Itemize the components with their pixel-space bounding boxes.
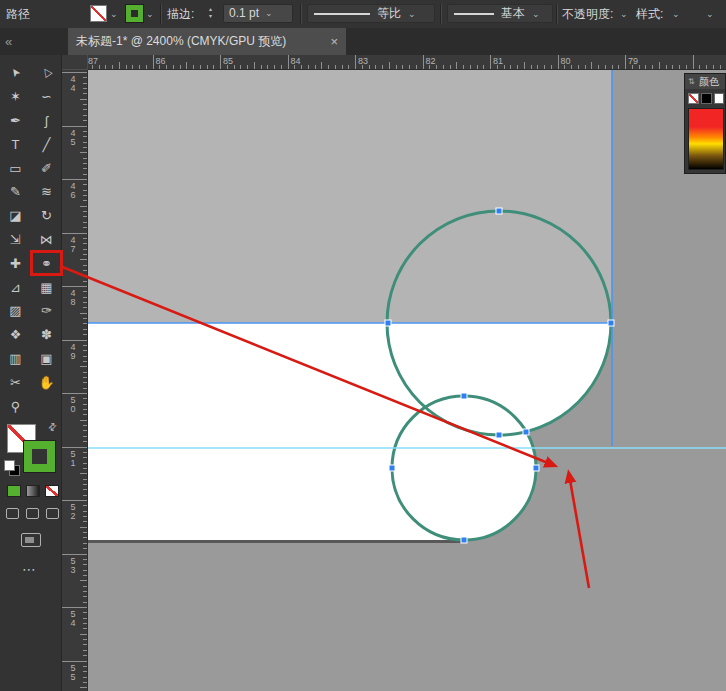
blend-tool[interactable]: ❖	[0, 323, 31, 347]
draw-normal-button[interactable]	[6, 508, 19, 519]
eyedropper-tool[interactable]: ✑	[31, 299, 62, 323]
ruler-tick	[83, 281, 87, 282]
panel-toggle-icon[interactable]: ⇅	[688, 74, 695, 89]
color-spectrum-ramp[interactable]	[688, 108, 724, 170]
anchor-point[interactable]	[533, 465, 539, 471]
ruler-tick	[605, 65, 606, 69]
artboard-tool[interactable]: ▣	[31, 347, 62, 371]
mesh-tool[interactable]: ▦	[31, 275, 62, 299]
ruler-tick	[193, 65, 194, 69]
ruler-tick	[207, 65, 208, 69]
ruler-tick	[99, 65, 100, 69]
collapse-dock-icon[interactable]: «	[5, 28, 12, 55]
default-fill-stroke-icon[interactable]	[4, 460, 15, 471]
ruler-tick	[80, 313, 87, 314]
color-fill-button[interactable]	[7, 485, 21, 497]
hand-tool[interactable]: ✋	[31, 370, 62, 394]
shape-builder-tool[interactable]: ⚭	[31, 251, 62, 275]
swap-fill-stroke-icon[interactable]: ⇄	[45, 420, 59, 434]
black-swatch[interactable]	[701, 93, 712, 104]
close-tab-icon[interactable]: ×	[330, 28, 338, 55]
gradient-fill-button[interactable]	[26, 485, 40, 497]
selection-tool[interactable]: ➤	[0, 61, 31, 85]
edit-toolbar-icon[interactable]: ⋯	[22, 561, 36, 577]
ruler-tick	[713, 65, 714, 69]
stroke-proxy[interactable]	[24, 441, 55, 472]
anchor-point[interactable]	[389, 465, 395, 471]
opacity-dropdown-icon[interactable]: ⌄	[620, 0, 628, 28]
fill-color-swatch[interactable]	[90, 5, 107, 22]
document-tab[interactable]: 未标题-1* @ 2400% (CMYK/GPU 预览) ×	[68, 28, 346, 55]
scale-tool[interactable]: ⇲	[0, 228, 31, 252]
brush-definition-dropdown[interactable]: 基本 ⌄	[447, 4, 553, 23]
stepper-down-icon[interactable]: ▾	[209, 13, 212, 19]
style-dropdown-icon[interactable]: ⌄	[672, 0, 680, 28]
ruler-tick	[308, 65, 309, 69]
anchor-point[interactable]	[385, 320, 391, 326]
anchor-point[interactable]	[496, 208, 502, 214]
shaper-tool[interactable]: ≋	[31, 180, 62, 204]
direct-selection-tool[interactable]: ▷	[31, 61, 62, 85]
more-options-icon[interactable]: ⌄	[706, 0, 714, 28]
canvas[interactable]	[88, 70, 726, 691]
ruler-tick	[220, 55, 221, 69]
anchor-point[interactable]	[608, 320, 614, 326]
line-segment-tool[interactable]: ╱	[31, 132, 62, 156]
stroke-swatch-dropdown-icon[interactable]: ⌄	[146, 0, 154, 28]
magic-wand-tool[interactable]: ✶	[0, 85, 31, 109]
none-color-swatch[interactable]	[688, 93, 699, 104]
color-panel-header[interactable]: ⇅ 颜色	[685, 74, 725, 89]
slice-tool[interactable]: ✂	[0, 370, 31, 394]
fill-swatch-dropdown-icon[interactable]: ⌄	[110, 0, 118, 28]
ruler-tick	[369, 65, 370, 69]
type-tool[interactable]: T	[0, 132, 31, 156]
width-profile-dropdown[interactable]: 等比 ⌄	[307, 4, 435, 23]
rotate-tool[interactable]: ↻	[31, 204, 62, 228]
stroke-width-dropdown[interactable]: 0.1 pt ⌄	[223, 4, 293, 23]
white-swatch[interactable]	[714, 93, 724, 104]
anchor-point[interactable]	[523, 429, 529, 435]
curvature-tool[interactable]: ʃ	[31, 109, 62, 133]
ruler-tick	[531, 65, 532, 69]
pencil-tool[interactable]: ✎	[0, 180, 31, 204]
gradient-tool[interactable]: ▨	[0, 299, 31, 323]
paintbrush-tool[interactable]: ✐	[31, 156, 62, 180]
width-tool[interactable]: ⋈	[31, 228, 62, 252]
anchor-point[interactable]	[461, 537, 467, 543]
ruler-tick	[83, 238, 87, 239]
ruler-tick	[83, 564, 87, 565]
gray-object[interactable]	[88, 70, 612, 323]
vertical-ruler[interactable]: 444546474849505152535455	[62, 70, 88, 691]
puppet-warp-tool[interactable]: ✚	[0, 251, 31, 275]
ruler-tick	[706, 65, 707, 69]
ruler-tick	[80, 259, 87, 260]
eraser-tool[interactable]: ◪	[0, 204, 31, 228]
anchor-point[interactable]	[496, 432, 502, 438]
stepper-up-icon[interactable]: ▴	[209, 6, 212, 12]
stroke-color-swatch[interactable]	[126, 5, 143, 22]
anchor-point[interactable]	[461, 393, 467, 399]
zoom-tool[interactable]: ⚲	[0, 394, 31, 418]
ruler-tick	[83, 372, 87, 373]
lasso-tool[interactable]: ∽	[31, 85, 62, 109]
perspective-grid-tool[interactable]: ⊿	[0, 275, 31, 299]
stroke-width-stepper[interactable]: ▴ ▾	[209, 6, 212, 19]
ruler-tick	[83, 158, 87, 159]
screen-mode-icon	[25, 537, 34, 543]
brush-definition-dropdown-icon[interactable]: ⌄	[532, 9, 540, 19]
symbol-sprayer-tool[interactable]: ✽	[31, 323, 62, 347]
ruler-tick	[83, 618, 87, 619]
draw-inside-button[interactable]	[46, 508, 59, 519]
horizontal-ruler[interactable]: 878685848382818079	[62, 55, 726, 70]
draw-behind-button[interactable]	[26, 508, 39, 519]
stroke-width-dropdown-icon[interactable]: ⌄	[265, 5, 273, 22]
ruler-tick	[83, 644, 87, 645]
none-fill-button[interactable]	[45, 485, 59, 497]
rectangle-tool[interactable]: ▭	[0, 156, 31, 180]
change-screen-mode-button[interactable]	[21, 533, 41, 547]
column-graph-tool[interactable]: ▥	[0, 347, 31, 371]
pen-tool[interactable]: ✒	[0, 109, 31, 133]
ruler-tick	[456, 62, 457, 69]
ruler-tick	[83, 505, 87, 506]
width-profile-dropdown-icon[interactable]: ⌄	[408, 9, 416, 19]
